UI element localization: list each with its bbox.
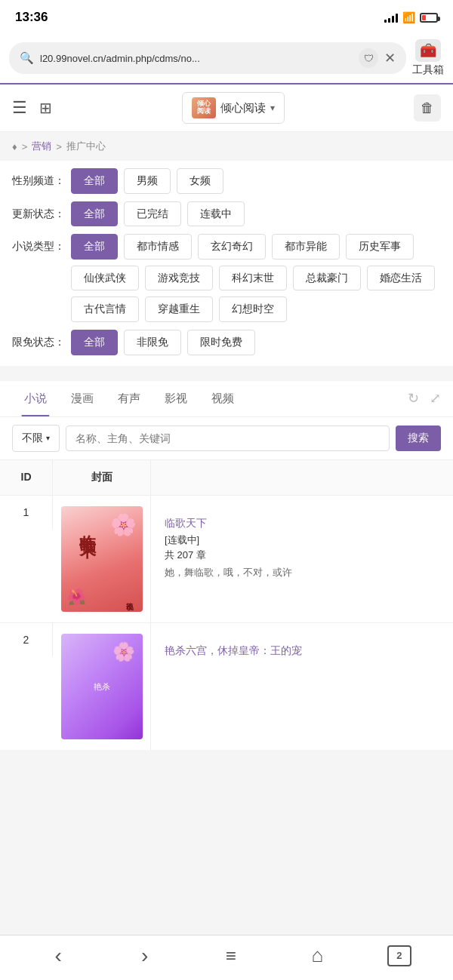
update-tag-1[interactable]: 已完结 xyxy=(124,201,181,227)
tab-video[interactable]: 视频 xyxy=(199,381,246,416)
th-cover: 封面 xyxy=(53,460,151,495)
update-tag-0[interactable]: 全部 xyxy=(71,201,118,227)
address-bar[interactable]: 🔍 l20.99novel.cn/admin.php/cdms/no... 🛡 … xyxy=(9,42,406,74)
cover2-center-text: 艳杀 xyxy=(94,680,110,693)
forward-button[interactable]: › xyxy=(128,944,162,968)
breadcrumb-sep1: > xyxy=(22,141,28,152)
dropdown-arrow-icon: ▾ xyxy=(46,434,50,442)
brand-dropdown-arrow: ▾ xyxy=(270,103,275,113)
type-tag-5[interactable]: 仙侠武侠 xyxy=(71,266,139,291)
type-tag-6[interactable]: 游戏竞技 xyxy=(145,266,213,291)
td-info-2: 艳杀六宫，休掉皇帝：王的宠 xyxy=(151,623,453,682)
brand-dropdown-button[interactable]: 倾心阅读 倾心阅读 ▾ xyxy=(182,92,285,124)
trash-button[interactable]: 🗑 xyxy=(414,94,441,121)
type-tag-9[interactable]: 婚恋生活 xyxy=(367,266,435,291)
section-divider-1 xyxy=(0,366,453,373)
menu-button[interactable]: ≡ xyxy=(214,945,248,966)
breadcrumb: ♦ > 营销 > 推广中心 xyxy=(0,132,453,161)
book-info-2: 艳杀六宫，休掉皇帝：王的宠 xyxy=(159,634,445,671)
back-button[interactable]: ‹ xyxy=(42,944,75,968)
tab-film[interactable]: 影视 xyxy=(153,381,199,416)
gender-tag-2[interactable]: 女频 xyxy=(177,168,223,194)
table-row: 1 🌸 临歌天下 🌺 长篇小说 临歌天下 [连载中] 共 207 章 她，舞临歌… xyxy=(0,496,453,623)
expand-icon[interactable]: ⤢ xyxy=(430,390,441,407)
type-tag-11[interactable]: 穿越重生 xyxy=(145,296,213,322)
cover-flower-top: 🌸 xyxy=(110,512,137,537)
gender-tag-0[interactable]: 全部 xyxy=(71,168,118,194)
tab-comic[interactable]: 漫画 xyxy=(59,381,106,416)
type-tag-4[interactable]: 历史军事 xyxy=(346,234,414,260)
close-button[interactable]: ✕ xyxy=(384,50,396,66)
cover-title-text: 临歌天下 xyxy=(76,521,99,533)
shield-icon[interactable]: 🛡 xyxy=(359,48,378,68)
update-filter-tags: 全部 已完结 连载中 xyxy=(71,201,441,227)
type-filter-label: 小说类型： xyxy=(12,234,65,258)
tabs-count-button[interactable]: 2 xyxy=(387,945,411,966)
tab-novel[interactable]: 小说 xyxy=(12,381,59,416)
refresh-icon[interactable]: ↻ xyxy=(408,390,419,407)
search-icon: 🔍 xyxy=(20,51,34,65)
hamburger-menu-button[interactable]: ☰ xyxy=(12,98,27,118)
book-title-2[interactable]: 艳杀六宫，休掉皇帝：王的宠 xyxy=(165,644,439,658)
address-text: l20.99novel.cn/admin.php/cdms/no... xyxy=(40,53,353,64)
tab-actions: ↻ ⤢ xyxy=(408,390,441,407)
tab-audio[interactable]: 有声 xyxy=(106,381,153,416)
type-tag-1[interactable]: 都市情感 xyxy=(124,234,192,260)
type-tag-12[interactable]: 幻想时空 xyxy=(219,296,287,322)
td-info-1: 临歌天下 [连载中] 共 207 章 她，舞临歌，哦，不对，或许 xyxy=(151,496,453,601)
toolbox-button[interactable]: 🧰 工具箱 xyxy=(412,39,444,77)
table-header: ID 封面 xyxy=(0,460,453,496)
limit-tag-2[interactable]: 限时免费 xyxy=(187,330,255,355)
bottom-nav: ‹ › ≡ ⌂ 2 xyxy=(0,935,453,980)
toolbox-label: 工具箱 xyxy=(412,63,444,77)
type-tag-7[interactable]: 科幻末世 xyxy=(219,266,287,291)
table-row-2: 2 🌸 艳杀 艳杀六宫，休掉皇帝：王的宠 xyxy=(0,623,453,750)
book-cover-1: 🌸 临歌天下 🌺 长篇小说 xyxy=(61,506,143,612)
th-id: ID xyxy=(0,460,53,495)
signal-icon xyxy=(384,12,398,23)
update-tag-2[interactable]: 连载中 xyxy=(187,201,245,227)
type-tag-0[interactable]: 全部 xyxy=(71,234,118,260)
type-tag-8[interactable]: 总裁豪门 xyxy=(293,266,361,291)
type-tag-3[interactable]: 都市异能 xyxy=(272,234,340,260)
book-desc-1: 她，舞临歌，哦，不对，或许 xyxy=(165,565,439,580)
gender-filter-label: 性别频道： xyxy=(12,168,65,192)
td-cover-2: 🌸 艳杀 xyxy=(53,623,151,750)
breadcrumb-home-icon[interactable]: ♦ xyxy=(12,141,17,152)
limit-filter-label: 限免状态： xyxy=(12,330,65,354)
wifi-icon: 📶 xyxy=(402,11,415,23)
search-input[interactable] xyxy=(66,425,390,451)
status-bar: 13:36 📶 xyxy=(0,0,453,33)
gender-filter-tags: 全部 男频 女频 xyxy=(71,168,441,194)
nav-bar: ☰ ⊞ 倾心阅读 倾心阅读 ▾ 🗑 xyxy=(0,84,453,132)
th-info xyxy=(151,460,453,495)
limit-tag-1[interactable]: 非限免 xyxy=(124,330,181,355)
cover-flower-bottom: 🌺 xyxy=(67,588,86,606)
grid-icon-button[interactable]: ⊞ xyxy=(39,99,52,117)
limit-filter-row: 限免状态： 全部 非限免 限时免费 xyxy=(12,330,441,355)
limit-tag-0[interactable]: 全部 xyxy=(71,330,118,355)
td-id-1: 1 xyxy=(0,496,53,529)
battery-icon xyxy=(420,13,438,23)
book-info-1: 临歌天下 [连载中] 共 207 章 她，舞临歌，哦，不对，或许 xyxy=(159,506,445,591)
search-bar: 不限 ▾ 搜索 xyxy=(0,417,453,460)
content-area: 小说 漫画 有声 影视 视频 ↻ ⤢ 不限 ▾ 搜索 ID 封面 1 🌸 xyxy=(0,381,453,803)
type-tag-10[interactable]: 古代言情 xyxy=(71,296,139,322)
filter-section: 性别频道： 全部 男频 女频 更新状态： 全部 已完结 连载中 小说类型： 全部… xyxy=(0,161,453,366)
type-tag-2[interactable]: 玄幻奇幻 xyxy=(198,234,266,260)
section-spacer xyxy=(0,373,453,381)
book-title-1[interactable]: 临歌天下 xyxy=(165,517,439,530)
filter-dropdown-button[interactable]: 不限 ▾ xyxy=(12,425,60,452)
breadcrumb-marketing[interactable]: 营销 xyxy=(32,140,51,153)
search-button[interactable]: 搜索 xyxy=(396,425,441,451)
status-time: 13:36 xyxy=(15,10,48,25)
cover2-flower: 🌸 xyxy=(112,641,135,662)
table-container: ID 封面 1 🌸 临歌天下 🌺 长篇小说 临歌天下 [连载中] 共 207 章 xyxy=(0,460,453,750)
limit-filter-tags: 全部 非限免 限时免费 xyxy=(71,330,441,355)
gender-tag-1[interactable]: 男频 xyxy=(124,168,171,194)
type-filter-tags: 全部 都市情感 玄幻奇幻 都市异能 历史军事 仙侠武侠 游戏竞技 科幻末世 总裁… xyxy=(71,234,441,322)
browser-bar: 🔍 l20.99novel.cn/admin.php/cdms/no... 🛡 … xyxy=(0,33,453,84)
update-filter-label: 更新状态： xyxy=(12,201,65,226)
home-button[interactable]: ⌂ xyxy=(300,944,334,967)
brand-name: 倾心阅读 xyxy=(220,101,266,115)
